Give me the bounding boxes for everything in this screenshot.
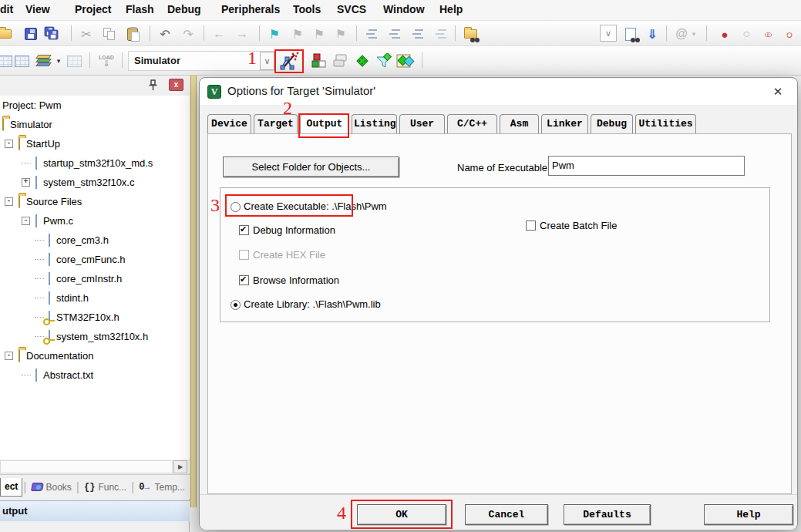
undo-icon[interactable]: ↶ <box>156 25 174 43</box>
cancel-button[interactable]: Cancel <box>465 504 548 525</box>
batch-build-icon[interactable] <box>65 52 83 70</box>
open-file-icon[interactable] <box>0 25 14 43</box>
help-button[interactable]: Help <box>704 504 793 525</box>
tree-expander-icon[interactable]: - <box>22 217 30 225</box>
browse-information-checkbox[interactable] <box>239 275 249 285</box>
bookmark-toggle-icon[interactable]: ⚑ <box>265 25 284 43</box>
disable-breakpoint-icon[interactable]: ○ <box>737 25 756 43</box>
tree-item-documentation[interactable]: -Documentation <box>0 346 190 365</box>
tree-expander-icon[interactable]: + <box>22 178 30 187</box>
tree-expander-icon[interactable]: - <box>5 197 13 206</box>
dialog-tab-user[interactable]: User <box>399 114 445 133</box>
tree-expander-icon[interactable]: - <box>5 140 13 148</box>
panel-tab-func[interactable]: {}Func... <box>80 478 130 497</box>
menu-item-window[interactable]: Window <box>383 3 425 15</box>
dialog-tab-utilities[interactable]: Utilities <box>635 114 696 133</box>
debug-run-to-caret-icon[interactable]: ▾ <box>689 25 698 43</box>
bookmark-next-icon[interactable]: ⚑ <box>288 25 307 43</box>
create-batch-file-checkbox[interactable] <box>526 221 536 231</box>
menu-item-flash[interactable]: Flash <box>126 3 154 15</box>
tree-item-simulator[interactable]: Simulator <box>0 115 190 134</box>
tree-expander-icon[interactable]: - <box>5 352 13 360</box>
tree-item-core-cm3-h[interactable]: core_cm3.h <box>0 231 190 250</box>
panel-tab-ect[interactable]: ect <box>0 478 22 497</box>
bookmark-previous-icon[interactable]: ⚑ <box>310 25 328 43</box>
save-all-icon[interactable] <box>43 25 62 43</box>
tree-item-system-stm32f10x-h[interactable]: system_stm32f10x.h <box>0 327 190 346</box>
ok-button[interactable]: OK <box>357 504 446 525</box>
tree-item-system-stm32f10x-c[interactable]: +system_stm32f10x.c <box>0 173 190 192</box>
menu-item-project[interactable]: Project <box>75 3 111 15</box>
dialog-tab-c-c[interactable]: C/C++ <box>447 114 497 133</box>
pack-installer-icon[interactable] <box>396 52 415 70</box>
run-time-environment-icon[interactable] <box>353 52 372 70</box>
build-output-caption[interactable]: utput <box>0 500 190 521</box>
manage-components-icon[interactable] <box>310 52 328 70</box>
tree-item-startup[interactable]: -StartUp <box>0 134 190 153</box>
tree-item-stdint-h[interactable]: stdint.h <box>0 288 190 308</box>
tree-item-source-files[interactable]: -Source Files <box>0 192 190 211</box>
bookmark-clear-all-icon[interactable]: ⚑ <box>332 25 350 43</box>
dialog-tab-linker[interactable]: Linker <box>541 114 588 133</box>
options-for-target-icon[interactable] <box>276 50 302 72</box>
tree-item-project-pwm[interactable]: Project: Pwm <box>0 96 190 115</box>
find-in-files-icon[interactable] <box>461 25 480 43</box>
scrollbar-right-arrow-icon[interactable]: ▶ <box>173 460 187 473</box>
copy-icon[interactable] <box>100 25 119 43</box>
uncomment-selection-icon[interactable] <box>432 25 450 43</box>
scrollbar-track[interactable] <box>0 460 173 473</box>
tree-item-startup-stm32f10x-md-s[interactable]: startup_stm32f10x_md.s <box>0 153 190 173</box>
defaults-button[interactable]: Defaults <box>564 504 651 525</box>
menu-item-dit[interactable]: dit <box>0 3 13 15</box>
paste-icon[interactable] <box>123 25 142 43</box>
menu-item-tools[interactable]: Tools <box>293 3 321 15</box>
tree-item-core-cmfunc-h[interactable]: core_cmFunc.h <box>0 250 190 269</box>
indent-left-icon[interactable] <box>362 25 381 43</box>
indent-right-icon[interactable] <box>385 25 404 43</box>
select-software-packs-icon[interactable] <box>375 52 393 70</box>
create-hex-file-checkbox[interactable] <box>239 250 249 260</box>
search-dropdown[interactable]: ∨ <box>600 25 617 42</box>
project-horizontal-scrollbar[interactable]: ▶ <box>0 460 190 473</box>
dialog-tab-asm[interactable]: Asm <box>500 114 539 133</box>
project-panel-close-icon[interactable]: x <box>169 79 183 91</box>
rebuild-all-icon[interactable] <box>35 52 53 70</box>
multi-project-workspace-icon[interactable] <box>332 52 350 70</box>
menu-item-view[interactable]: View <box>25 3 50 15</box>
dialog-tab-listing[interactable]: Listing <box>352 114 397 133</box>
build-icon[interactable] <box>12 52 31 70</box>
tree-item-pwm-c[interactable]: -Pwm.c <box>0 211 190 231</box>
download-to-flash-icon[interactable]: LOAD ⇓ <box>97 52 116 70</box>
dialog-tab-debug[interactable]: Debug <box>591 114 633 133</box>
navigate-forward-icon[interactable]: → <box>233 25 251 43</box>
find-in-document-icon[interactable] <box>621 25 640 43</box>
menu-item-debug[interactable]: Debug <box>167 3 201 15</box>
name-of-executable-input[interactable]: Pwm <box>548 156 745 176</box>
cut-icon[interactable]: ✂ <box>77 25 96 43</box>
dialog-close-icon[interactable]: ✕ <box>769 83 786 100</box>
panel-tab-books[interactable]: Books <box>28 478 76 497</box>
menu-item-peripherals[interactable]: Peripherals <box>221 3 280 15</box>
select-folder-for-objects-button[interactable]: Select Folder for Objects... <box>223 157 399 177</box>
comment-selection-icon[interactable] <box>409 25 427 43</box>
disable-all-breakpoints-icon[interactable]: ○○ <box>757 25 776 43</box>
panel-tab-temp[interactable]: 0→Temp... <box>135 478 189 497</box>
save-icon[interactable] <box>22 25 40 43</box>
menu-item-help[interactable]: Help <box>439 3 463 15</box>
tree-item-core-cminstr-h[interactable]: core_cmInstr.h <box>0 269 190 288</box>
pin-icon[interactable] <box>148 79 159 92</box>
dialog-tab-device[interactable]: Device <box>207 114 251 133</box>
rebuild-dropdown-caret-icon[interactable]: ▾ <box>54 52 63 70</box>
kill-all-breakpoints-icon[interactable]: ○ <box>780 25 799 43</box>
debug-information-checkbox[interactable] <box>239 225 249 235</box>
tree-item-abstract-txt[interactable]: Abstract.txt <box>0 365 190 385</box>
menu-item-svcs[interactable]: SVCS <box>337 3 366 15</box>
dialog-tab-output[interactable]: Output <box>300 114 349 134</box>
incremental-find-icon[interactable]: ⇓ <box>643 25 661 43</box>
tree-item-stm32f10x-h[interactable]: STM32F10x.h <box>0 308 190 327</box>
create-executable-radio[interactable] <box>231 202 241 212</box>
create-library-radio[interactable] <box>231 300 241 310</box>
debug-run-to-icon[interactable]: @ <box>672 25 691 43</box>
navigate-back-icon[interactable]: ← <box>210 25 228 43</box>
redo-icon[interactable]: ↷ <box>179 25 197 43</box>
